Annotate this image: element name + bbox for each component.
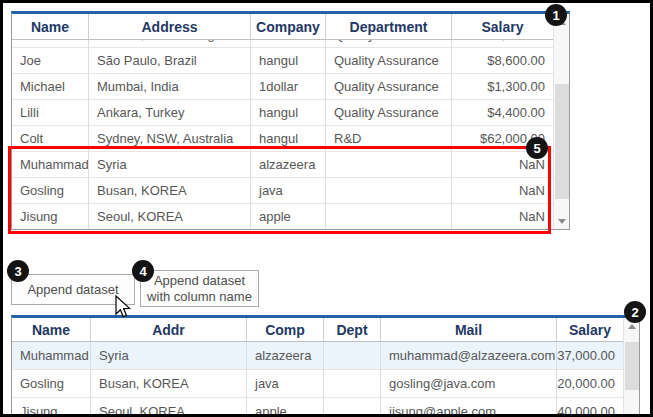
table-cell[interactable]: Mumbai, India: [89, 74, 251, 100]
table-cell[interactable]: R&D: [326, 126, 452, 152]
table-row[interactable]: ColtSydney, NSW, AustraliahangulR&D$62,0…: [12, 126, 553, 152]
bottom-grid-body: MuhammadSyriaalzazeeramuhammad@alzazeera…: [12, 342, 623, 417]
screenshot-canvas: NameAddressCompanyDepartmentSalary LizaL…: [0, 0, 653, 417]
top-grid-rows: LizaLondon, United Kingdom1dollarQuality…: [12, 40, 553, 229]
table-cell[interactable]: Lilli: [12, 100, 89, 126]
table-row[interactable]: GoslingBusan, KOREAjavagosling@java.com$…: [12, 370, 623, 398]
table-row[interactable]: LizaLondon, United Kingdom1dollarQuality…: [12, 40, 553, 48]
column-header-name[interactable]: Name: [12, 14, 89, 39]
column-header-addr[interactable]: Addr: [91, 318, 247, 341]
table-cell[interactable]: [324, 398, 381, 417]
bottom-grid-rows: MuhammadSyriaalzazeeramuhammad@alzazeera…: [12, 342, 623, 417]
scrollbar-thumb[interactable]: [625, 342, 639, 390]
table-cell[interactable]: Joe: [12, 48, 89, 74]
table-row[interactable]: JoeSão Paulo, BrazilhangulQuality Assura…: [12, 48, 553, 74]
table-cell[interactable]: Gosling: [12, 178, 89, 204]
table-row[interactable]: LilliAnkara, TurkeyhangulQuality Assuran…: [12, 100, 553, 126]
table-cell[interactable]: Quality Assurance: [326, 48, 452, 74]
table-cell[interactable]: java: [247, 370, 324, 398]
table-cell[interactable]: [326, 204, 452, 229]
table-cell[interactable]: hangul: [251, 100, 326, 126]
result-data-grid: NameAddrCompDeptMailSalary MuhammadSyria…: [11, 315, 640, 417]
table-cell[interactable]: gosling@java.com: [381, 370, 557, 398]
table-cell[interactable]: muhammad@alzazeera.com: [381, 342, 557, 370]
table-row[interactable]: MichaelMumbai, India1dollarQuality Assur…: [12, 74, 553, 100]
top-grid-header: NameAddressCompanyDepartmentSalary: [12, 14, 553, 40]
table-cell[interactable]: [324, 370, 381, 398]
triangle-down-icon: [628, 414, 636, 417]
table-cell[interactable]: $4,400.00: [452, 100, 553, 126]
table-cell[interactable]: Sydney, NSW, Australia: [89, 126, 251, 152]
annotation-badge-2: 2: [624, 301, 646, 323]
table-cell[interactable]: Gosling: [12, 370, 91, 398]
table-cell[interactable]: Busan, KOREA: [89, 178, 251, 204]
table-cell[interactable]: Ankara, Turkey: [89, 100, 251, 126]
table-cell[interactable]: London, United Kingdom: [89, 40, 251, 48]
column-header-comp[interactable]: Comp: [247, 318, 324, 341]
table-cell[interactable]: [324, 342, 381, 370]
table-cell[interactable]: alzazeera: [247, 342, 324, 370]
table-cell[interactable]: Colt: [12, 126, 89, 152]
table-row[interactable]: JisungSeoul, KOREAapplejisung@apple.com$…: [12, 398, 623, 417]
table-cell[interactable]: alzazeera: [251, 152, 326, 178]
scroll-down-button[interactable]: [624, 408, 640, 417]
table-cell[interactable]: $3,500.00: [452, 40, 553, 48]
append-colname-label-line1: Append dataset: [154, 273, 245, 289]
bottom-grid-scrollbar[interactable]: [623, 318, 639, 417]
table-cell[interactable]: Quality Assurance: [326, 40, 452, 48]
annotation-badge-3: 3: [7, 260, 29, 282]
table-cell[interactable]: Michael: [12, 74, 89, 100]
table-cell[interactable]: NaN: [452, 178, 553, 204]
column-header-salary[interactable]: Salary: [557, 318, 623, 341]
table-cell[interactable]: $840,000.00: [557, 398, 623, 417]
column-header-department[interactable]: Department: [326, 14, 452, 39]
table-cell[interactable]: apple: [247, 398, 324, 417]
column-header-name[interactable]: Name: [12, 318, 91, 341]
annotation-badge-1: 1: [545, 4, 567, 26]
column-header-dept[interactable]: Dept: [324, 318, 381, 341]
column-header-address[interactable]: Address: [89, 14, 251, 39]
table-cell[interactable]: java: [251, 178, 326, 204]
table-cell[interactable]: Syria: [91, 342, 247, 370]
table-cell[interactable]: Busan, KOREA: [91, 370, 247, 398]
table-cell[interactable]: Seoul, KOREA: [89, 204, 251, 229]
table-cell[interactable]: São Paulo, Brazil: [89, 48, 251, 74]
table-cell[interactable]: [326, 152, 452, 178]
table-cell[interactable]: Jisung: [12, 398, 91, 417]
top-grid-scrollbar[interactable]: [553, 14, 569, 229]
table-cell[interactable]: Muhammad: [12, 342, 91, 370]
table-row[interactable]: JisungSeoul, KOREAappleNaN: [12, 204, 553, 229]
table-cell[interactable]: Liza: [12, 40, 89, 48]
column-header-company[interactable]: Company: [251, 14, 326, 39]
table-cell[interactable]: Jisung: [12, 204, 89, 229]
table-cell[interactable]: $20,000.00: [557, 370, 623, 398]
table-cell[interactable]: NaN: [452, 204, 553, 229]
scrollbar-thumb[interactable]: [555, 84, 569, 199]
table-row[interactable]: MuhammadSyriaalzazeeraNaN: [12, 152, 553, 178]
table-cell[interactable]: $37,000.00: [557, 342, 623, 370]
triangle-down-icon: [558, 219, 566, 224]
top-grid-main: NameAddressCompanyDepartmentSalary LizaL…: [12, 14, 553, 229]
table-cell[interactable]: hangul: [251, 126, 326, 152]
table-cell[interactable]: Syria: [89, 152, 251, 178]
table-cell[interactable]: apple: [251, 204, 326, 229]
table-cell[interactable]: Seoul, KOREA: [91, 398, 247, 417]
table-cell[interactable]: $1,300.00: [452, 74, 553, 100]
table-cell[interactable]: $8,600.00: [452, 48, 553, 74]
scroll-down-button[interactable]: [554, 213, 570, 229]
table-cell[interactable]: [326, 178, 452, 204]
table-cell[interactable]: hangul: [251, 48, 326, 74]
annotation-badge-5: 5: [526, 137, 548, 159]
table-cell[interactable]: Quality Assurance: [326, 100, 452, 126]
table-row[interactable]: GoslingBusan, KOREAjavaNaN: [12, 178, 553, 204]
table-cell[interactable]: Quality Assurance: [326, 74, 452, 100]
table-cell[interactable]: 1dollar: [251, 74, 326, 100]
table-row[interactable]: MuhammadSyriaalzazeeramuhammad@alzazeera…: [12, 342, 623, 370]
table-cell[interactable]: Muhammad: [12, 152, 89, 178]
column-header-mail[interactable]: Mail: [381, 318, 557, 341]
column-header-salary[interactable]: Salary: [452, 14, 553, 39]
table-cell[interactable]: jisung@apple.com: [381, 398, 557, 417]
append-dataset-with-column-name-button[interactable]: Append dataset with column name: [140, 270, 259, 307]
table-cell[interactable]: 1dollar: [251, 40, 326, 48]
append-colname-label-line2: with column name: [147, 289, 252, 305]
